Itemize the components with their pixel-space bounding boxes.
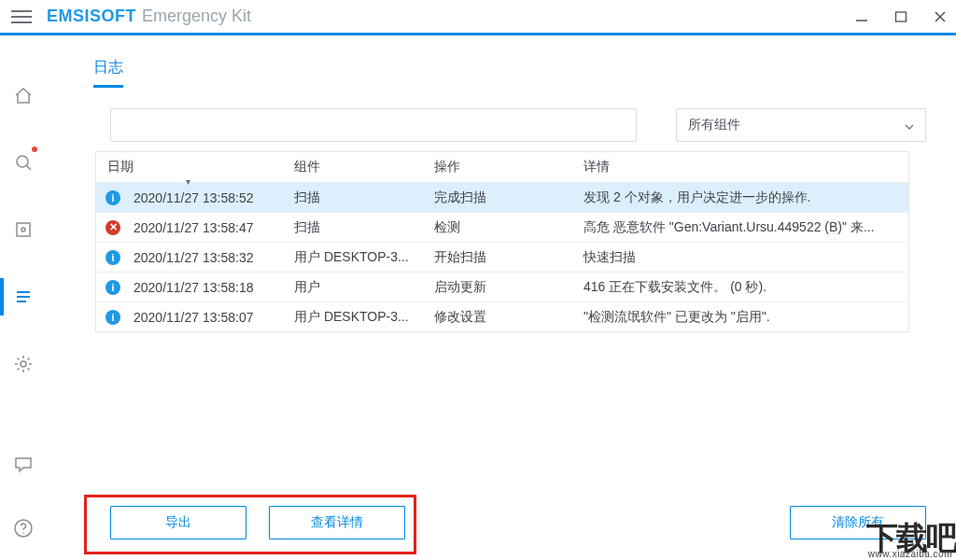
col-component[interactable]: 组件: [290, 159, 430, 175]
table-row[interactable]: i2020/11/27 13:58:32用户 DESKTOP-3...开始扫描快…: [96, 242, 908, 272]
cell-action: 完成扫描: [430, 189, 580, 206]
nav-quarantine[interactable]: [0, 215, 47, 245]
svg-rect-1: [896, 12, 907, 21]
clear-all-button[interactable]: 清除所有: [790, 506, 926, 539]
cell-component: 扫描: [290, 219, 430, 236]
col-action[interactable]: 操作: [430, 159, 580, 175]
tab-logs[interactable]: 日志: [93, 58, 926, 88]
cell-component: 用户 DESKTOP-3...: [290, 309, 430, 326]
cell-action: 修改设置: [430, 309, 580, 326]
nav-settings[interactable]: [0, 349, 47, 379]
cell-component: 用户: [290, 279, 430, 296]
cell-component: 用户 DESKTOP-3...: [290, 249, 430, 266]
svg-rect-6: [17, 223, 30, 236]
table-row[interactable]: i2020/11/27 13:58:07用户 DESKTOP-3...修改设置"…: [96, 301, 908, 331]
cell-date: 2020/11/27 13:58:07: [130, 310, 253, 325]
table-row[interactable]: ✕2020/11/27 13:58:47扫描检测高危 恶意软件 "Gen:Var…: [96, 212, 908, 242]
info-icon: i: [105, 250, 120, 265]
svg-point-11: [21, 361, 26, 367]
cell-date: 2020/11/27 13:58:18: [130, 280, 253, 295]
table-header[interactable]: 日期 组件 操作 详情 ▾: [96, 152, 908, 182]
info-icon: i: [105, 190, 120, 205]
cell-action: 检测: [430, 219, 580, 236]
tab-label: 日志: [93, 58, 123, 87]
sort-indicator-icon: ▾: [186, 176, 190, 187]
cell-detail: 高危 恶意软件 "Gen:Variant.Ursu.449522 (B)" 来.…: [580, 219, 901, 236]
alert-dot-icon: [32, 147, 37, 152]
log-table: 日期 组件 操作 详情 ▾ i2020/11/27 13:58:52扫描完成扫描…: [95, 151, 909, 332]
maximize-button[interactable]: [893, 8, 909, 25]
close-button[interactable]: [932, 8, 949, 25]
error-icon: ✕: [105, 220, 120, 235]
cell-detail: 快速扫描: [580, 249, 901, 266]
chevron-down-icon: [905, 118, 914, 133]
cell-detail: "检测流氓软件" 已更改为 "启用".: [580, 309, 901, 326]
minimize-button[interactable]: [853, 8, 870, 25]
view-details-button[interactable]: 查看详情: [269, 506, 405, 539]
svg-point-13: [22, 532, 24, 534]
nav-scan[interactable]: [0, 147, 47, 177]
component-filter-value: 所有组件: [688, 117, 740, 133]
menu-button[interactable]: [11, 7, 32, 27]
nav-logs[interactable]: [0, 282, 47, 312]
cell-detail: 发现 2 个对象，用户决定进一步的操作.: [580, 189, 901, 206]
cell-date: 2020/11/27 13:58:47: [130, 220, 253, 235]
cell-date: 2020/11/27 13:58:52: [130, 190, 253, 205]
col-date[interactable]: 日期: [104, 159, 290, 175]
svg-point-4: [17, 156, 28, 167]
component-filter-select[interactable]: 所有组件: [676, 108, 926, 142]
col-detail[interactable]: 详情: [580, 159, 901, 175]
svg-line-5: [27, 166, 32, 171]
brand-strong: EMSISOFT: [47, 7, 136, 26]
table-row[interactable]: i2020/11/27 13:58:52扫描完成扫描发现 2 个对象，用户决定进…: [96, 182, 908, 212]
table-row[interactable]: i2020/11/27 13:58:18用户启动更新416 正在下载安装文件。 …: [96, 272, 908, 301]
brand-light: Emergency Kit: [142, 7, 251, 26]
info-icon: i: [105, 280, 120, 295]
cell-component: 扫描: [290, 189, 430, 206]
cell-action: 启动更新: [430, 279, 580, 296]
nav-home[interactable]: [0, 80, 47, 110]
info-icon: i: [105, 310, 120, 325]
svg-point-7: [21, 228, 25, 231]
cell-date: 2020/11/27 13:58:32: [130, 250, 253, 265]
cell-action: 开始扫描: [430, 249, 580, 266]
export-button[interactable]: 导出: [110, 506, 246, 539]
nav-feedback[interactable]: [0, 450, 47, 480]
cell-detail: 416 正在下载安装文件。 (0 秒).: [580, 279, 901, 296]
search-input[interactable]: [110, 108, 637, 142]
nav-help[interactable]: [0, 513, 47, 543]
